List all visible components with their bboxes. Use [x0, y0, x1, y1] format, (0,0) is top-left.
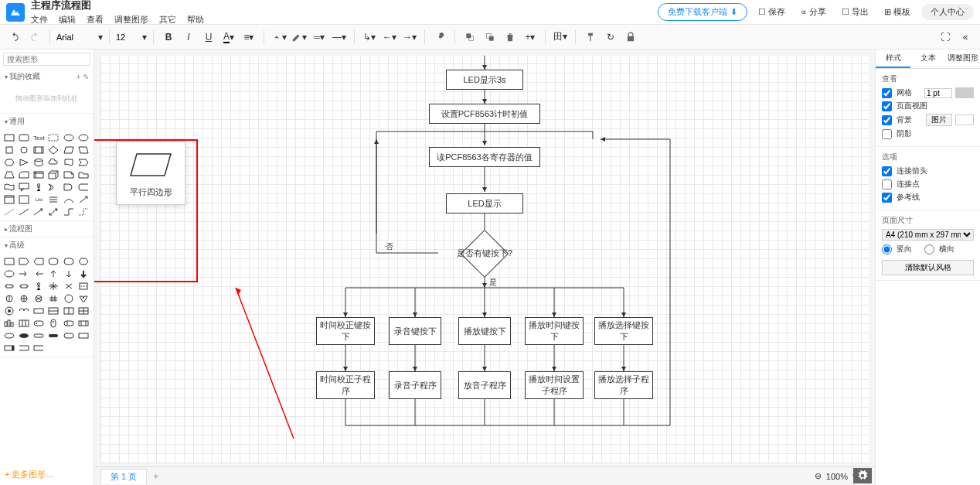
shape-adv-6[interactable]: [77, 256, 90, 267]
more-shapes-button[interactable]: + 更多图形...: [0, 464, 94, 485]
shape-adv-37[interactable]: [3, 330, 15, 341]
tab-style[interactable]: 样式: [876, 50, 910, 68]
underline-button[interactable]: U: [200, 29, 217, 46]
settings-gear-button[interactable]: [853, 468, 872, 483]
shape-adv-28[interactable]: [47, 306, 60, 316]
shape-adv-17[interactable]: [63, 281, 75, 292]
export-button[interactable]: ☐导出: [837, 4, 873, 20]
shape-adv-9[interactable]: [32, 268, 45, 279]
fc-branch5b[interactable]: 播放选择子程序: [594, 371, 653, 399]
shape-adv-25[interactable]: [3, 306, 15, 316]
shape-adv-1[interactable]: [3, 256, 15, 267]
shape-note[interactable]: [63, 169, 75, 180]
grid-color-swatch[interactable]: [955, 87, 974, 98]
fc-node-pcf-init[interactable]: 设置PCF8563计时初值: [429, 104, 540, 124]
shape-adv-30[interactable]: [77, 306, 90, 316]
shape-adv-42[interactable]: [77, 330, 90, 341]
shape-container[interactable]: [3, 194, 15, 205]
shape-ellipse[interactable]: [63, 132, 75, 143]
download-client-button[interactable]: 免费下载客户端 ⬇: [658, 3, 747, 21]
fc-node-pcf-read[interactable]: 读PCF8563各寄存器的值: [429, 147, 540, 167]
flowchart-header[interactable]: ▸ 流程图: [0, 221, 94, 237]
shape-actor[interactable]: [32, 182, 45, 193]
add-button[interactable]: +▾: [522, 29, 539, 46]
shape-adv-29[interactable]: [63, 306, 75, 316]
pencil-button[interactable]: ▾: [291, 29, 308, 46]
shape-adv-7[interactable]: [3, 268, 15, 279]
shape-cube[interactable]: [47, 169, 60, 180]
shape-adv-22[interactable]: [47, 293, 60, 304]
connector-button[interactable]: ↳▾: [361, 29, 378, 46]
grid-checkbox[interactable]: [882, 88, 892, 98]
zoom-level[interactable]: 100%: [826, 472, 848, 481]
fc-branch2b[interactable]: 录音子程序: [389, 371, 441, 399]
bold-button[interactable]: B: [160, 29, 177, 46]
menu-view[interactable]: 查看: [87, 14, 104, 26]
fc-node-led[interactable]: LED显示: [446, 193, 523, 213]
shape-internal-storage[interactable]: [32, 169, 45, 180]
shape-parallelogram2[interactable]: [77, 145, 90, 155]
shape-parallelogram[interactable]: [63, 145, 75, 155]
background-checkbox[interactable]: [882, 115, 892, 125]
to-front-button[interactable]: [461, 29, 478, 46]
font-select[interactable]: [56, 32, 95, 42]
format-painter-button[interactable]: [582, 29, 599, 46]
canvas[interactable]: 平行四边形: [100, 56, 869, 463]
shape-adv-18[interactable]: [77, 281, 90, 292]
fc-branch4a[interactable]: 播放时间键按下: [525, 317, 584, 345]
tab-adjust[interactable]: 调整图形: [945, 50, 980, 68]
save-button[interactable]: ☐保存: [754, 4, 790, 20]
favorites-header[interactable]: ▾ 我的收藏 + ✎: [0, 69, 94, 84]
connectpoints-checkbox[interactable]: [882, 179, 892, 190]
shape-adv-2[interactable]: [18, 256, 30, 267]
shape-rounded-rect[interactable]: [18, 132, 30, 143]
shape-textbox[interactable]: [47, 132, 60, 143]
shape-adv-43[interactable]: [3, 343, 15, 354]
shadow-checkbox[interactable]: [882, 129, 892, 139]
arrow-start-button[interactable]: ←▾: [381, 29, 398, 46]
arrow-end-button[interactable]: →▾: [401, 29, 418, 46]
shape-connector2[interactable]: [77, 207, 90, 217]
templates-button[interactable]: ⊞模板: [880, 4, 915, 20]
favorites-add-icon[interactable]: + ✎: [76, 73, 89, 81]
shape-line[interactable]: [18, 207, 30, 217]
shape-adv-4[interactable]: [47, 256, 60, 267]
shape-adv-40[interactable]: [47, 330, 60, 341]
shape-line-arrow[interactable]: [32, 207, 45, 217]
shape-adv-38[interactable]: [18, 330, 30, 341]
lock-button[interactable]: [622, 29, 639, 46]
advanced-header[interactable]: ▾ 高级: [0, 237, 94, 253]
italic-button[interactable]: I: [180, 29, 197, 46]
fc-branch3a[interactable]: 播放键按下: [458, 317, 511, 345]
to-back-button[interactable]: [481, 29, 499, 46]
menu-other[interactable]: 其它: [159, 14, 176, 26]
shape-adv-14[interactable]: [18, 281, 30, 292]
shape-or[interactable]: [47, 182, 60, 193]
shape-hexagon[interactable]: [3, 157, 15, 168]
grid-size-input[interactable]: [924, 88, 952, 98]
shape-curve[interactable]: [63, 194, 75, 205]
shape-adv-35[interactable]: [63, 318, 75, 329]
grid-button[interactable]: 田▾: [552, 29, 569, 46]
shape-adv-10[interactable]: [47, 268, 60, 279]
background-image-button[interactable]: 图片: [926, 114, 952, 126]
redo-button[interactable]: [26, 29, 43, 46]
shape-ellipse2[interactable]: [77, 132, 90, 143]
shape-square[interactable]: [3, 145, 15, 155]
guides-checkbox[interactable]: [882, 193, 892, 203]
shape-adv-21[interactable]: [32, 293, 45, 304]
arrowhead-checkbox[interactable]: [882, 166, 892, 176]
shape-tape[interactable]: [3, 182, 15, 193]
fill-color-button[interactable]: ▾: [271, 29, 288, 46]
shape-card[interactable]: [18, 169, 30, 180]
size-select[interactable]: [116, 32, 139, 42]
link-button[interactable]: [431, 29, 448, 46]
clear-style-button[interactable]: 清除默认风格: [882, 260, 974, 275]
portrait-radio[interactable]: [882, 244, 892, 254]
page-tab-add-button[interactable]: +: [147, 470, 165, 483]
shape-and[interactable]: [63, 182, 75, 193]
page-tab-1[interactable]: 第 1 页: [100, 469, 147, 484]
shape-adv-36[interactable]: [77, 318, 90, 329]
shape-adv-26[interactable]: [18, 306, 30, 316]
shape-adv-34[interactable]: [47, 318, 60, 329]
